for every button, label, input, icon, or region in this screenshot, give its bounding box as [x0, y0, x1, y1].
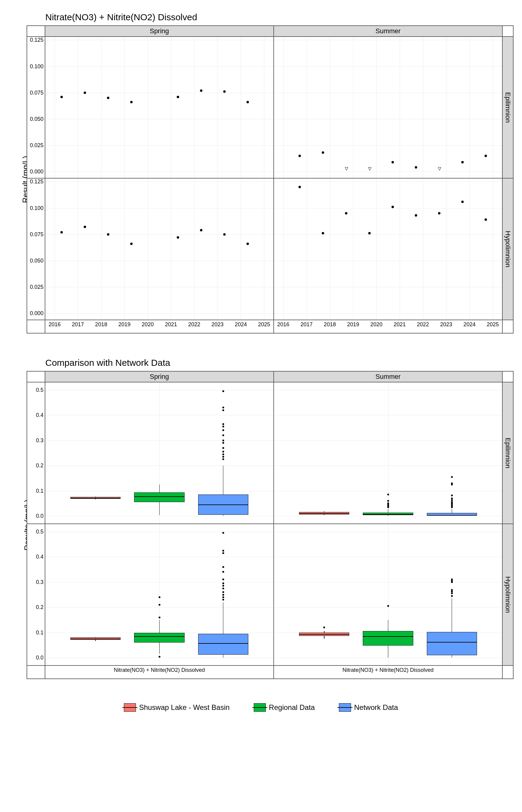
grid-corner: [27, 320, 45, 333]
y-axis-epilimnion-b: 0.00.10.20.30.40.5: [27, 382, 45, 524]
panel-box-summer-epilimnion: [274, 382, 502, 524]
x-tick-label: 2017: [72, 321, 84, 328]
outlier-point: [222, 566, 224, 568]
y-tick-label: 0.5: [36, 529, 43, 535]
x-axis-spring-b: Nitrate(NO3) + Nitrite(NO2) Dissolved: [45, 666, 274, 679]
panel-summer-hypolimnion: [274, 178, 502, 320]
y-tick-label: 0.050: [30, 257, 43, 264]
outlier-point: [222, 434, 224, 436]
grid-corner: [502, 26, 513, 37]
svg-marker-2: [438, 167, 441, 170]
y-tick-label: 0.4: [36, 412, 43, 419]
data-point: [223, 90, 226, 93]
outlier-point: [387, 500, 389, 502]
facet-row-epilimnion: Epilimnion: [502, 37, 513, 178]
x-category-label: Nitrate(NO3) + Nitrite(NO2) Dissolved: [114, 667, 205, 673]
x-tick-label: 2022: [417, 321, 429, 328]
y-tick-label: 0.075: [30, 231, 43, 238]
data-point: [84, 92, 86, 94]
outlier-point: [222, 583, 224, 584]
x-tick-label: 2016: [277, 321, 289, 328]
y-axis-epilimnion: 0.0000.0250.0500.0750.1000.125: [27, 37, 45, 178]
y-tick-label: 0.125: [30, 179, 43, 185]
chart-network-comparison: Comparison with Network Data Results (mg…: [12, 358, 514, 679]
x-tick-label: 2019: [347, 321, 359, 328]
panel-box-spring-hypolimnion: [45, 524, 274, 666]
legend-label-regional: Regional Data: [269, 703, 315, 712]
y-tick-label: 0.050: [30, 116, 43, 122]
y-tick-label: 0.3: [36, 579, 43, 585]
x-category-label: Nitrate(NO3) + Nitrite(NO2) Dissolved: [343, 667, 434, 673]
outlier-point: [222, 453, 224, 455]
facet-row-hypolimnion: Hypolimnion: [502, 178, 513, 320]
legend-entry-site: Shuswap Lake - West Basin: [124, 703, 229, 712]
outlier-point: [387, 493, 389, 495]
x-tick-label: 2019: [118, 321, 130, 328]
outlier-point: [159, 604, 160, 606]
y-tick-label: 0.000: [30, 310, 43, 317]
outlier-point: [159, 616, 160, 618]
outlier-point: [222, 442, 224, 444]
facet-col-summer-b: Summer: [274, 371, 502, 382]
facet-col-spring-b: Spring: [45, 371, 274, 382]
outlier-point: [222, 390, 224, 392]
panel-spring-epilimnion: [45, 37, 274, 178]
x-tick-label: 2022: [188, 321, 200, 328]
grid-corner: [502, 320, 513, 333]
outlier-point: [159, 596, 160, 598]
outlier-point: [222, 596, 224, 598]
x-tick-label: 2025: [487, 321, 499, 328]
y-tick-label: 0.3: [36, 437, 43, 444]
panel-box-spring-epilimnion: [45, 382, 274, 524]
outlier-point: [451, 498, 453, 499]
legend-entry-network: Network Data: [339, 703, 398, 712]
data-point: [130, 243, 133, 245]
outlier-point: [222, 429, 224, 431]
svg-marker-0: [345, 167, 348, 170]
facet-col-summer: Summer: [274, 26, 502, 37]
outlier-point: [451, 578, 453, 580]
y-tick-label: 0.000: [30, 168, 43, 175]
grid-corner: [502, 666, 513, 679]
x-tick-label: 2021: [394, 321, 406, 328]
outlier-point: [222, 451, 224, 452]
y-tick-label: 0.100: [30, 63, 43, 69]
facet-row-epilimnion-b: Epilimnion: [502, 382, 513, 524]
outlier-point: [222, 532, 224, 534]
outlier-point: [451, 499, 453, 501]
data-point: [130, 101, 133, 103]
y-tick-label: 0.4: [36, 554, 43, 560]
outlier-point: [222, 550, 224, 552]
data-point: [60, 231, 63, 234]
data-point: [223, 233, 226, 236]
outlier-point: [222, 407, 224, 408]
y-tick-label: 0.075: [30, 89, 43, 96]
data-point: [299, 155, 301, 157]
x-tick-label: 2020: [142, 321, 154, 328]
data-point: [484, 155, 487, 157]
outlier-point: [222, 426, 224, 427]
outlier-point: [222, 588, 224, 589]
boxplot-box-regional: [134, 492, 184, 502]
outlier-point: [222, 456, 224, 458]
censored-point-icon: [438, 167, 441, 170]
outlier-point: [222, 585, 224, 587]
chart-title-top: Nitrate(NO3) + Nitrite(NO2) Dissolved: [45, 12, 514, 22]
outlier-point: [387, 605, 389, 607]
x-tick-label: 2018: [324, 321, 336, 328]
data-point: [177, 96, 179, 98]
data-point: [299, 186, 301, 188]
legend-key-site: [124, 703, 136, 712]
x-tick-label: 2016: [48, 321, 61, 328]
x-tick-label: 2023: [440, 321, 452, 328]
y-axis-hypolimnion-b: 0.00.10.20.30.40.5: [27, 524, 45, 666]
y-tick-label: 0.2: [36, 463, 43, 469]
outlier-point: [222, 447, 224, 449]
outlier-point: [323, 627, 325, 628]
x-tick-label: 2024: [235, 321, 247, 328]
outlier-point: [387, 502, 389, 504]
legend-key-network: [339, 703, 351, 712]
legend-entry-regional: Regional Data: [254, 703, 315, 712]
x-tick-label: 2020: [370, 321, 382, 328]
svg-marker-1: [368, 167, 371, 170]
